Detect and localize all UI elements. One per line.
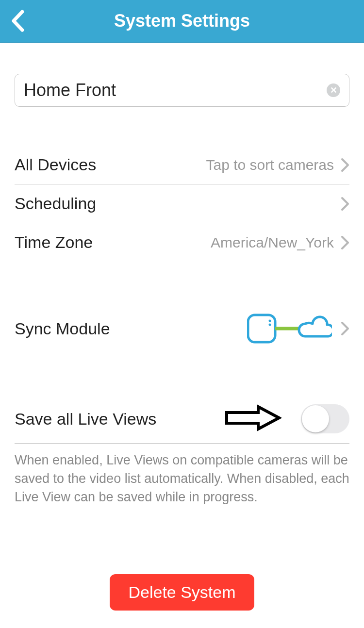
- row-sync-module[interactable]: Sync Module: [15, 308, 349, 349]
- scheduling-label: Scheduling: [15, 194, 341, 213]
- back-button[interactable]: [9, 9, 28, 33]
- save-live-views-label: Save all Live Views: [15, 410, 224, 429]
- all-devices-hint: Tap to sort cameras: [206, 157, 334, 173]
- time-zone-label: Time Zone: [15, 233, 211, 252]
- clear-name-button[interactable]: ✕: [327, 83, 340, 97]
- chevron-right-icon: [341, 197, 349, 211]
- time-zone-value: America/New_York: [211, 234, 334, 251]
- svg-point-2: [269, 324, 271, 326]
- chevron-right-icon: [341, 235, 349, 250]
- save-live-views-help: When enabled, Live Views on compatible c…: [15, 451, 349, 506]
- row-time-zone[interactable]: Time Zone America/New_York: [15, 223, 349, 262]
- toggle-knob: [302, 405, 329, 432]
- row-save-live-views: Save all Live Views: [15, 396, 349, 444]
- system-name-field-wrap: ✕: [15, 74, 349, 107]
- chevron-right-icon: [341, 158, 349, 172]
- pointer-arrow-icon: [224, 404, 281, 433]
- chevron-right-icon: [341, 321, 349, 336]
- delete-system-button[interactable]: Delete System: [110, 574, 254, 611]
- svg-rect-0: [248, 315, 275, 342]
- row-all-devices[interactable]: All Devices Tap to sort cameras: [15, 146, 349, 184]
- page-title: System Settings: [114, 11, 250, 31]
- svg-point-1: [269, 320, 271, 322]
- all-devices-label: All Devices: [15, 155, 206, 174]
- system-name-field[interactable]: ✕: [15, 74, 349, 107]
- settings-list: All Devices Tap to sort cameras Scheduli…: [15, 146, 349, 262]
- row-scheduling[interactable]: Scheduling: [15, 184, 349, 223]
- save-live-views-toggle[interactable]: [301, 404, 349, 433]
- header-bar: System Settings: [0, 0, 364, 43]
- sync-module-status-icon: [247, 313, 332, 344]
- system-name-input[interactable]: [24, 80, 327, 100]
- sync-module-label: Sync Module: [15, 319, 247, 338]
- clear-x-icon: ✕: [330, 86, 337, 95]
